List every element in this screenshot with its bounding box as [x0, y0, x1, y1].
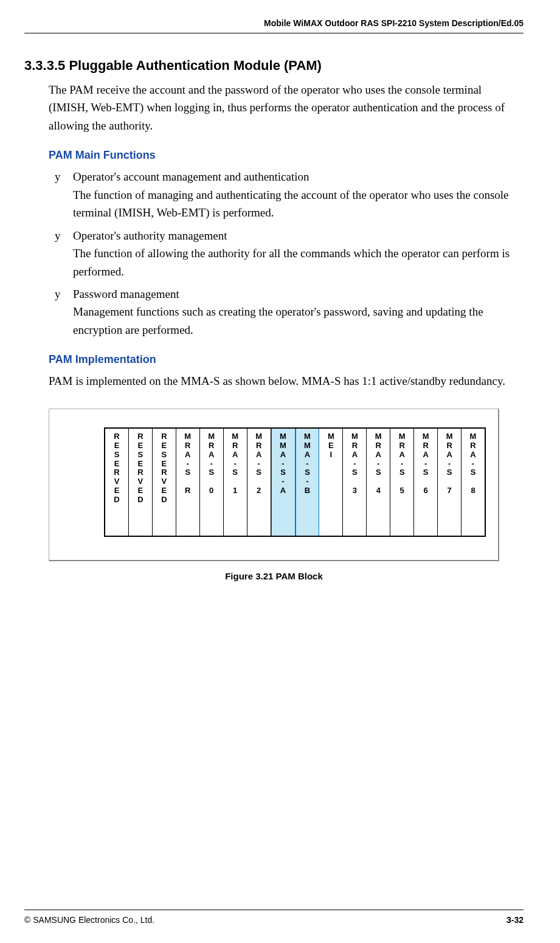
slot-mra-s-5: MRA-S 5: [390, 429, 414, 536]
slot-row: RESERVED RESERVED RESERVED MRA-S R MRA-S…: [104, 427, 486, 537]
page-footer: © SAMSUNG Electronics Co., Ltd. 3-32: [24, 910, 524, 925]
footer-copyright: © SAMSUNG Electronics Co., Ltd.: [24, 915, 154, 925]
slot-mra-s-8: MRA-S 8: [461, 429, 485, 536]
section-intro: The PAM receive the account and the pass…: [49, 81, 524, 134]
bullet-item: Password management Management functions…: [55, 285, 524, 339]
bullet-desc: The function of managing and authenticat…: [73, 186, 524, 222]
bullet-desc: The function of allowing the authority f…: [73, 244, 524, 280]
figure-caption: Figure 3.21 PAM Block: [24, 571, 524, 581]
page-header: Mobile WiMAX Outdoor RAS SPI-2210 System…: [24, 18, 524, 33]
slot-mra-s-7: MRA-S 7: [438, 429, 461, 536]
bullet-desc: Management functions such as creating th…: [73, 303, 524, 339]
header-title: Mobile WiMAX Outdoor RAS SPI-2210 System…: [264, 18, 524, 28]
pam-block-diagram: RESERVED RESERVED RESERVED MRA-S R MRA-S…: [49, 409, 499, 561]
section-heading: 3.3.3.5 Pluggable Authentication Module …: [24, 58, 524, 74]
slot-mra-s-r: MRA-S R: [176, 429, 200, 536]
bullet-title: Password management: [73, 288, 179, 300]
slot-reserved: RESERVED: [129, 429, 153, 536]
slot-mra-s-6: MRA-S 6: [414, 429, 438, 536]
footer-page-number: 3-32: [506, 915, 524, 925]
slot-mma-s-b: MMA-S-B: [296, 429, 320, 536]
slot-mra-s-0: MRA-S 0: [200, 429, 224, 536]
bullet-item: Operator's authority management The func…: [55, 227, 524, 280]
bullet-title: Operator's authority management: [73, 229, 227, 242]
slot-reserved: RESERVED: [153, 429, 176, 536]
pam-main-bullets: Operator's account management and authen…: [55, 168, 524, 339]
slot-mra-s-2: MRA-S 2: [247, 429, 271, 536]
slot-mra-s-1: MRA-S 1: [224, 429, 247, 536]
pam-main-heading: PAM Main Functions: [49, 149, 524, 162]
bullet-item: Operator's account management and authen…: [55, 168, 524, 221]
pam-impl-text: PAM is implemented on the MMA-S as shown…: [49, 372, 524, 390]
slot-mra-s-4: MRA-S 4: [367, 429, 390, 536]
slot-mra-s-3: MRA-S 3: [343, 429, 367, 536]
pam-impl-heading: PAM Implementation: [49, 353, 524, 366]
slot-mei: MEI: [319, 429, 343, 536]
slot-reserved: RESERVED: [105, 429, 129, 536]
bullet-title: Operator's account management and authen…: [73, 170, 309, 183]
slot-mma-s-a: MMA-S-A: [271, 429, 296, 536]
